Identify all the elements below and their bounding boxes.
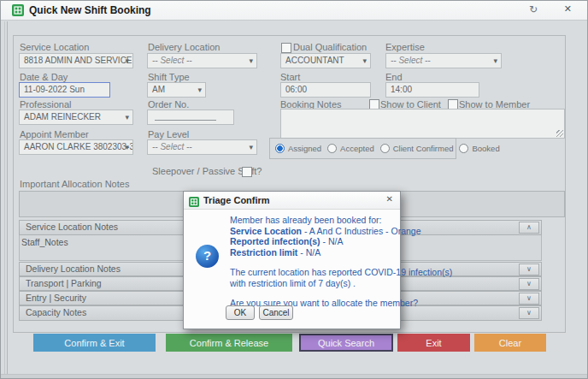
dual-qualification-label: Dual Qualification — [293, 42, 367, 52]
dialog-title: Triage Confirm — [203, 195, 270, 205]
dialog-title-bar: Triage Confirm ✕ — [184, 192, 400, 210]
pay-level-label: Pay Level — [148, 129, 189, 139]
radio-assigned[interactable] — [275, 144, 285, 153]
dialog-message: Member has already been booked for: Serv… — [230, 215, 394, 309]
radio-client-confirmed[interactable] — [380, 144, 390, 153]
radio-accepted[interactable] — [327, 144, 337, 153]
order-no-input[interactable] — [147, 110, 234, 125]
sleepover-checkbox[interactable] — [242, 167, 252, 177]
accordion-label: Capacity Notes — [26, 307, 86, 317]
radio-accepted-label: Accepted — [340, 144, 374, 153]
start-input[interactable]: 06:00 — [280, 82, 371, 98]
shift-type-value: AM — [152, 85, 165, 94]
dialog-intro-line: Member has already been booked for: — [230, 215, 394, 226]
end-label: End — [385, 72, 403, 82]
service-location-select[interactable]: 8818 ADMIN AND SERVICE ▾ — [19, 53, 133, 68]
end-input[interactable]: 14:00 — [385, 82, 479, 98]
dual-qualification-checkbox[interactable] — [281, 43, 291, 53]
delivery-location-label: Delivery Location — [148, 42, 220, 52]
radio-booked-label: Booked — [472, 144, 499, 153]
quick-search-button[interactable]: Quick Search — [299, 334, 393, 352]
booking-status-radio-group: Assigned Accepted Client Confirmed Booke… — [269, 138, 456, 159]
date-day-label: Date & Day — [20, 72, 68, 82]
service-location-text: - A And C Industries - Orange — [304, 226, 421, 236]
chevron-down-icon: ▾ — [493, 54, 497, 68]
delivery-location-select[interactable]: -- Select -- ▾ — [147, 53, 257, 68]
infection-text: - N/A — [323, 236, 344, 246]
window-bottom-edge — [1, 374, 587, 378]
dual-qualification-select[interactable]: ACCOUNTANT ▾ — [280, 53, 371, 68]
professional-select[interactable]: ADAM REINECKER ▾ — [19, 110, 133, 125]
expertise-label: Expertise — [385, 42, 425, 52]
end-value: 14:00 — [391, 85, 412, 94]
staff-notes-text: Staff_Notes — [21, 237, 68, 247]
dialog-app-icon — [189, 195, 199, 205]
restriction-bold: Restriction limit — [230, 247, 297, 258]
expertise-select[interactable]: -- Select -- ▾ — [385, 53, 502, 68]
dialog-service-location-line: Service Location - A And C Industries - … — [230, 226, 394, 237]
pay-level-select[interactable]: -- Select -- ▾ — [147, 139, 257, 155]
accordion-label: Delivery Location Notes — [26, 264, 121, 274]
window-left-edge — [4, 21, 8, 375]
appoint-member-label: Appoint Member — [20, 129, 89, 139]
triage-confirm-dialog: Triage Confirm ✕ ? Member has already be… — [183, 191, 401, 329]
chevron-down-icon: ▾ — [197, 83, 202, 97]
dialog-infection-line: Reported infection(s) - N/A — [230, 236, 394, 247]
chevron-up-icon[interactable]: ∧ — [519, 222, 539, 234]
cancel-button[interactable]: Cancel — [259, 305, 293, 320]
dialog-restriction-line: Restriction limit - N/A — [230, 247, 394, 258]
chevron-down-icon: ▾ — [125, 54, 129, 68]
order-no-label: Order No. — [148, 99, 189, 110]
service-location-bold: Service Location — [230, 226, 302, 236]
dual-qualification-value: ACCOUNTANT — [285, 56, 344, 65]
date-day-input[interactable]: 11-09-2022 Sun — [19, 82, 110, 98]
close-icon[interactable]: ✕ — [564, 3, 572, 15]
service-location-label: Service Location — [20, 42, 89, 52]
sync-icon[interactable]: ↻ — [529, 3, 538, 15]
date-day-value: 11-09-2022 Sun — [24, 85, 85, 94]
ok-button[interactable]: OK — [226, 305, 255, 320]
app-icon — [12, 4, 24, 16]
dialog-close-icon[interactable]: ✕ — [386, 194, 393, 204]
chevron-down-icon: ▾ — [125, 140, 129, 154]
shift-type-label: Shift Type — [148, 72, 190, 82]
chevron-down-icon: ▾ — [249, 140, 253, 154]
window-title: Quick New Shift Booking — [29, 4, 151, 16]
chevron-down-icon: ▾ — [125, 110, 129, 124]
exit-button[interactable]: Exit — [397, 334, 470, 352]
professional-value: ADAM REINECKER — [24, 112, 101, 121]
chevron-down-icon[interactable]: ∨ — [519, 307, 539, 319]
start-label: Start — [280, 72, 300, 82]
start-value: 06:00 — [285, 85, 307, 94]
order-no-underline — [155, 120, 216, 121]
dialog-covid-line2: with restriction limit of 7 day(s) . — [230, 278, 394, 289]
quick-new-shift-booking-window: Quick New Shift Booking ↻ ✕ Service Loca… — [0, 0, 588, 379]
title-bar: Quick New Shift Booking ↻ ✕ — [1, 1, 587, 21]
service-location-value: 8818 ADMIN AND SERVICE — [24, 56, 132, 65]
clear-button[interactable]: Clear — [474, 334, 546, 352]
important-allocation-notes-label: Important Allocation Notes — [20, 179, 129, 189]
booking-notes-textarea[interactable] — [280, 109, 565, 139]
expertise-value: -- Select -- — [391, 56, 431, 65]
pay-level-value: -- Select -- — [152, 142, 192, 151]
chevron-down-icon: ▾ — [249, 54, 253, 68]
dialog-covid-line1: The current location has reported COVID-… — [230, 267, 394, 278]
radio-assigned-label: Assigned — [288, 144, 321, 153]
infection-bold: Reported infection(s) — [230, 236, 320, 246]
chevron-down-icon[interactable]: ∨ — [519, 278, 539, 290]
accordion-label: Entry | Security — [26, 293, 86, 303]
professional-label: Professional — [20, 99, 72, 110]
delivery-location-value: -- Select -- — [152, 56, 192, 65]
confirm-and-exit-button[interactable]: Confirm & Exit — [33, 334, 156, 352]
confirm-and-release-button[interactable]: Confirm & Release — [166, 334, 292, 352]
resize-grip-icon[interactable] — [556, 130, 563, 137]
shift-type-select[interactable]: AM ▾ — [147, 82, 206, 98]
accordion-label: Service Location Notes — [26, 222, 118, 232]
chevron-down-icon[interactable]: ∨ — [519, 293, 539, 305]
accordion-label: Transport | Parking — [26, 278, 102, 288]
chevron-down-icon[interactable]: ∨ — [519, 264, 539, 275]
question-icon: ? — [196, 245, 219, 268]
appoint-member-select[interactable]: AARON CLARKE 3802303-3 ▾ — [19, 139, 133, 155]
appoint-member-value: AARON CLARKE 3802303-3 — [24, 142, 133, 151]
restriction-text: - N/A — [300, 247, 320, 258]
